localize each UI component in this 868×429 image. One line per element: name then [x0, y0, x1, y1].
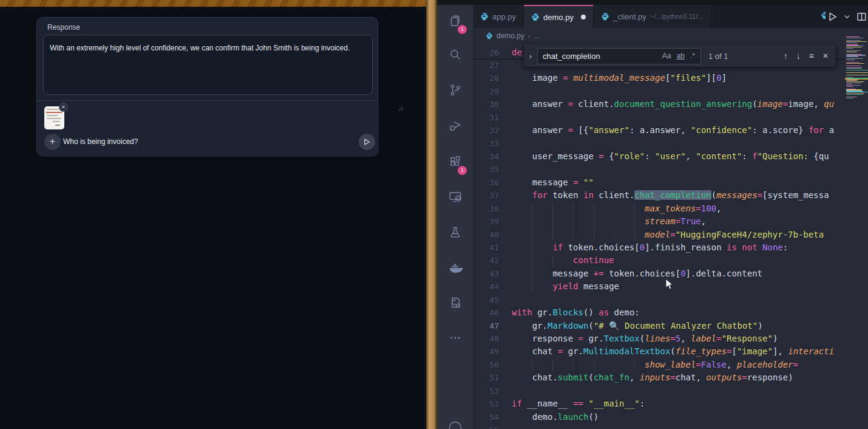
code-line[interactable]: 34user_message = {"role": "user", "conte… — [473, 150, 845, 163]
code-line[interactable]: 40model="HuggingFaceH4/zephyr-7b-beta — [473, 228, 845, 242]
code-line[interactable]: 38max_tokens=100, — [473, 202, 845, 216]
resize-handle-icon[interactable] — [398, 105, 404, 111]
window-top-bar — [0, 0, 426, 7]
add-file-button[interactable]: + — [44, 134, 61, 150]
titlebar-strip — [437, 0, 868, 5]
docker-icon[interactable] — [437, 253, 473, 282]
source-control-icon[interactable] — [437, 75, 473, 105]
gradio-app-window: Response With an extremely high level of… — [0, 0, 426, 429]
find-close-icon[interactable]: ✕ — [822, 52, 829, 60]
tab-demo-py[interactable]: demo.py — [524, 5, 594, 28]
modified-dot-icon[interactable] — [581, 15, 586, 19]
tab-bar: app.py demo.py _client.py ~/.../python3.… — [473, 5, 868, 28]
code-line[interactable]: 37for token in client.chat_completion(me… — [473, 189, 845, 202]
remove-attachment-button[interactable]: × — [59, 103, 68, 112]
send-arrow-icon — [363, 138, 371, 146]
mouse-cursor — [665, 278, 675, 290]
response-label: Response — [47, 23, 80, 32]
code-line[interactable]: 31 — [473, 111, 845, 125]
code-line[interactable]: 42continue — [473, 254, 845, 267]
code-line[interactable]: 41if token.choices[0].finish_reason is n… — [473, 241, 845, 255]
python-icon — [531, 13, 540, 21]
remote-explorer-icon[interactable] — [437, 182, 473, 211]
tab-label: _client.py — [613, 12, 646, 21]
explorer-icon[interactable]: 1 — [437, 6, 473, 35]
find-expand-icon[interactable]: › — [524, 52, 537, 61]
tab-label: app.py — [492, 12, 516, 21]
find-query[interactable]: chat_completion — [538, 52, 662, 61]
tab-label: demo.py — [543, 13, 574, 22]
find-input[interactable]: chat_completion Aa ab .* — [537, 48, 701, 64]
extensions-badge: 1 — [458, 166, 467, 175]
tab-client-py[interactable]: _client.py ~/.../python3.11/... — [594, 5, 711, 28]
code-line[interactable]: 45 — [473, 293, 845, 307]
code-line[interactable]: 43message += token.choices[0].delta.cont… — [473, 267, 845, 281]
tab-app-py[interactable]: app.py — [473, 5, 524, 28]
code-line[interactable]: 44yield message — [473, 280, 845, 293]
code-editor[interactable]: 26def2728image = multimodal_message["fil… — [473, 28, 845, 429]
find-match-count: 1 of 1 — [708, 52, 728, 61]
vscode-window: 1 1 — [437, 0, 868, 429]
editor-actions — [826, 5, 868, 28]
chat-input[interactable]: Who is being invoiced? — [63, 137, 330, 146]
regex-toggle[interactable]: .* — [690, 52, 695, 60]
python-icon — [480, 12, 489, 21]
explorer-badge: 1 — [458, 25, 467, 34]
send-button[interactable] — [359, 134, 375, 150]
code-line[interactable]: 55 — [473, 424, 845, 429]
code-line[interactable]: 33 — [473, 137, 845, 151]
gradio-panel: Response With an extremely high level of… — [36, 17, 378, 156]
run-dropdown-chevron-icon[interactable] — [844, 13, 850, 20]
split-editor-icon[interactable] — [856, 12, 867, 22]
minimap[interactable] — [845, 28, 868, 429]
screen: Response With an extremely high level of… — [0, 0, 868, 429]
code-line[interactable]: 54demo.launch() — [473, 411, 845, 424]
tab-description: ~/.../python3.11/... — [650, 13, 704, 20]
find-next-icon[interactable]: ↓ — [796, 51, 801, 61]
code-line[interactable]: 52 — [473, 385, 845, 398]
match-case-toggle[interactable]: Aa — [662, 52, 671, 60]
whole-word-toggle[interactable]: ab — [677, 52, 685, 60]
account-icon[interactable] — [437, 420, 473, 429]
dev-container-icon[interactable] — [437, 288, 473, 317]
more-views-icon[interactable] — [437, 323, 473, 352]
activity-bar: 1 1 — [437, 5, 473, 429]
code-line[interactable]: 47gr.Markdown("# 🔍 Document Analyzer Cha… — [473, 320, 845, 333]
code-line[interactable]: 36message = "" — [473, 176, 845, 190]
code-line[interactable]: 48response = gr.Textbox(lines=5, label="… — [473, 332, 845, 346]
desktop-wallpaper-strip — [426, 0, 437, 429]
code-line[interactable]: 51chat.submit(chat_fn, inputs=chat, outp… — [473, 371, 845, 385]
search-icon[interactable] — [437, 40, 473, 69]
code-line[interactable]: 49chat = gr.MultimodalTextbox(file_types… — [473, 345, 845, 359]
code-line[interactable]: 28image = multimodal_message["files"][0] — [473, 72, 845, 85]
code-line[interactable]: 32answer = [{"answer": a.answer, "confid… — [473, 124, 845, 137]
python-icon — [601, 12, 609, 21]
code-line[interactable]: 50show_label=False, placeholder= — [473, 359, 845, 372]
code-line[interactable]: 46with gr.Blocks() as demo: — [473, 306, 845, 320]
find-widget: › chat_completion Aa ab .* 1 of 1 ↑ ↓ ≡ … — [523, 45, 836, 67]
code-line[interactable]: 29 — [473, 85, 845, 98]
run-debug-icon[interactable] — [437, 111, 473, 140]
find-previous-icon[interactable]: ↑ — [784, 51, 788, 61]
code-line[interactable]: 30answer = client.document_question_answ… — [473, 98, 845, 111]
find-in-selection-icon[interactable]: ≡ — [809, 51, 814, 61]
code-line[interactable]: 35 — [473, 163, 845, 176]
code-line[interactable]: 53if __name__ == "__main__": — [473, 397, 845, 411]
extensions-icon[interactable]: 1 — [437, 147, 473, 176]
multimodal-textbox: × + Who is being invoiced? — [37, 101, 379, 157]
code-line[interactable]: 39stream=True, — [473, 215, 845, 228]
overflow-tab-python-icon — [821, 11, 826, 22]
run-python-file-icon[interactable] — [827, 12, 838, 22]
response-textarea[interactable]: With an extremely high level of confiden… — [43, 35, 373, 95]
testing-icon[interactable] — [437, 218, 473, 247]
